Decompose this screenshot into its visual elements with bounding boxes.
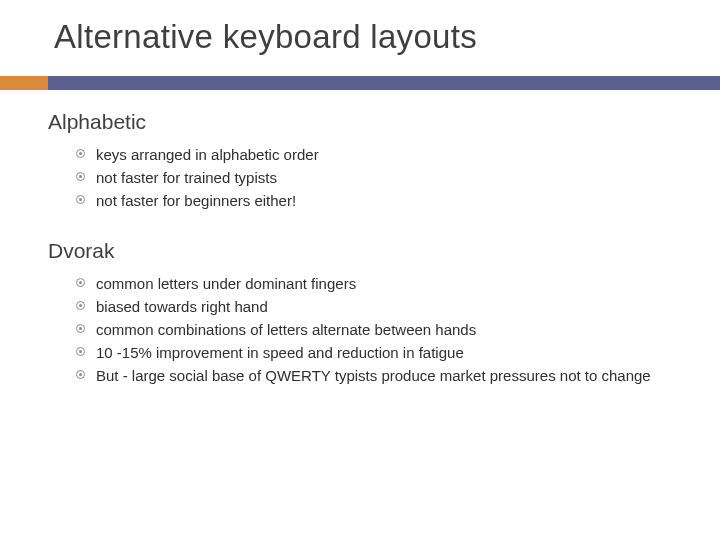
list-item-text: not faster for trained typists xyxy=(96,169,277,186)
list-item-text: common letters under dominant fingers xyxy=(96,275,356,292)
bullet-icon xyxy=(76,301,85,310)
bullet-list: common letters under dominant fingers bi… xyxy=(48,273,672,386)
list-item-text: common combinations of letters alternate… xyxy=(96,321,476,338)
bullet-icon xyxy=(76,172,85,181)
bullet-icon xyxy=(76,347,85,356)
slide-content: Alphabetic keys arranged in alphabetic o… xyxy=(0,92,720,386)
bullet-icon xyxy=(76,278,85,287)
slide: Alternative keyboard layouts xyxy=(0,0,720,56)
list-item-text: biased towards right hand xyxy=(96,298,268,315)
section-heading: Alphabetic xyxy=(48,110,672,134)
accent-tab xyxy=(0,76,48,90)
list-item-text: But - large social base of QWERTY typist… xyxy=(96,367,651,384)
list-item: But - large social base of QWERTY typist… xyxy=(76,365,672,386)
list-item: not faster for beginners either! xyxy=(76,190,672,211)
accent-bar xyxy=(0,76,720,90)
bullet-icon xyxy=(76,149,85,158)
bullet-icon xyxy=(76,324,85,333)
list-item: keys arranged in alphabetic order xyxy=(76,144,672,165)
list-item-text: not faster for beginners either! xyxy=(96,192,296,209)
list-item: 10 -15% improvement in speed and reducti… xyxy=(76,342,672,363)
list-item-text: 10 -15% improvement in speed and reducti… xyxy=(96,344,464,361)
section-heading: Dvorak xyxy=(48,239,672,263)
list-item: not faster for trained typists xyxy=(76,167,672,188)
bullet-icon xyxy=(76,370,85,379)
section-dvorak: Dvorak common letters under dominant fin… xyxy=(48,239,672,386)
bullet-icon xyxy=(76,195,85,204)
bullet-list: keys arranged in alphabetic order not fa… xyxy=(48,144,672,211)
list-item: biased towards right hand xyxy=(76,296,672,317)
section-alphabetic: Alphabetic keys arranged in alphabetic o… xyxy=(48,110,672,211)
slide-title: Alternative keyboard layouts xyxy=(48,18,672,56)
list-item: common combinations of letters alternate… xyxy=(76,319,672,340)
list-item: common letters under dominant fingers xyxy=(76,273,672,294)
list-item-text: keys arranged in alphabetic order xyxy=(96,146,319,163)
